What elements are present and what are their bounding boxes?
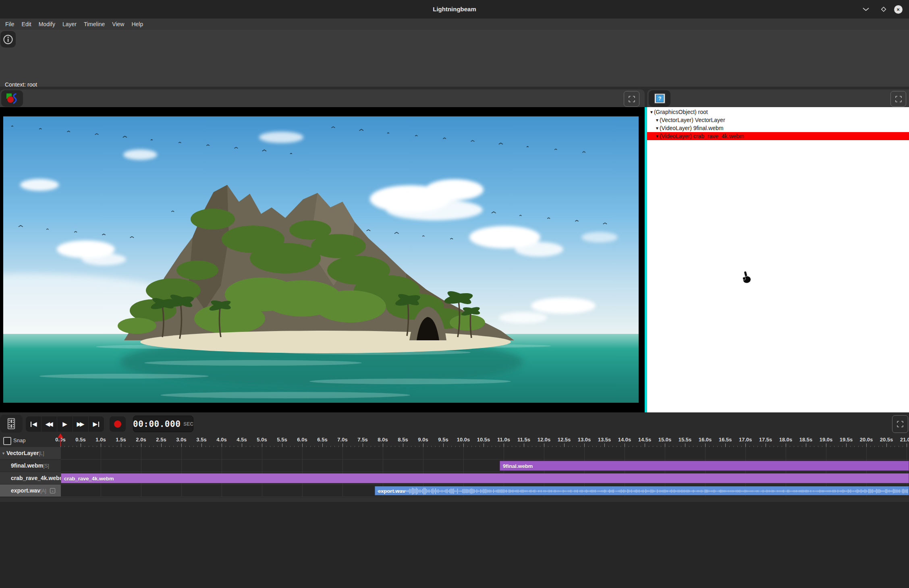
- titlebar: Lightningbeam ×: [0, 0, 909, 19]
- empty-bottom-area: [0, 502, 909, 588]
- lane-gridline: [222, 447, 222, 497]
- record-button[interactable]: [110, 416, 126, 432]
- timeline-mode-button[interactable]: [0, 415, 23, 433]
- minimize-button[interactable]: [860, 0, 872, 19]
- film-strip-icon: [7, 418, 16, 430]
- maximize-button[interactable]: [878, 0, 890, 19]
- ruler-label: 11.0s: [495, 437, 513, 443]
- ruler-label: 21.0s: [898, 437, 909, 443]
- ruler-label: 2.5s: [152, 437, 170, 443]
- track-checkbox[interactable]: -: [50, 488, 55, 493]
- menu-item-edit[interactable]: Edit: [18, 19, 35, 30]
- ruler-label: 6.0s: [293, 437, 311, 443]
- ruler-label: 11.5s: [515, 437, 533, 443]
- timeline-fullscreen-button[interactable]: [892, 415, 908, 433]
- fullscreen-corners-icon: [897, 421, 903, 427]
- tree-panel-header: ?: [647, 89, 909, 107]
- ruler-label: 7.0s: [334, 437, 351, 443]
- ruler-label: 16.0s: [696, 437, 714, 443]
- skip-start-button[interactable]: ◀: [26, 416, 41, 432]
- stage-canvas[interactable]: [0, 107, 645, 412]
- play-button[interactable]: ▶: [57, 416, 73, 432]
- tree-row[interactable]: ▼(VideoLayer) crab_rave_4k.webm: [647, 132, 909, 140]
- current-time: 00:00.000: [133, 419, 181, 429]
- transport-controls: ◀◀◀▶▶▶▶: [26, 416, 104, 432]
- tree-row[interactable]: ▼(VectorLayer) VectorLayer: [647, 116, 909, 124]
- ruler-label: 14.0s: [616, 437, 633, 443]
- ruler-label: 1.5s: [112, 437, 130, 443]
- ruler-label: 20.5s: [878, 437, 895, 443]
- tree-row-label: (VideoLayer) 9final.webm: [660, 125, 724, 131]
- ruler-label: 13.0s: [575, 437, 593, 443]
- track-lane-VectorLayer[interactable]: [61, 447, 909, 460]
- ruler-label: 9.5s: [434, 437, 452, 443]
- ruler-label: 2.0s: [132, 437, 150, 443]
- ruler-label: 1.0s: [92, 437, 110, 443]
- info-button[interactable]: [0, 31, 16, 48]
- menu-item-modify[interactable]: Modify: [35, 19, 59, 30]
- clip-9final.webm[interactable]: 9final.webm: [500, 461, 909, 471]
- menu-item-layer[interactable]: Layer: [59, 19, 80, 30]
- clip-label: export.wav: [378, 487, 405, 495]
- tree-collapse-icon[interactable]: ▼: [655, 126, 659, 130]
- tree-fullscreen-button[interactable]: [890, 91, 906, 107]
- close-circle-icon: ×: [894, 5, 903, 14]
- close-button[interactable]: ×: [892, 0, 904, 19]
- menu-item-view[interactable]: View: [108, 19, 128, 30]
- tree-row-label: (VideoLayer) crab_rave_4k.webm: [660, 133, 744, 139]
- menu-item-timeline[interactable]: Timeline: [80, 19, 108, 30]
- ruler-label: 7.5s: [354, 437, 371, 443]
- track-header-VectorLayer[interactable]: ▾VectorLayer[L]: [0, 447, 61, 460]
- snap-checkbox[interactable]: [3, 437, 11, 445]
- ruler-label: 10.5s: [475, 437, 492, 443]
- ruler-label: 6.5s: [313, 437, 331, 443]
- ruler-label: 16.5s: [716, 437, 734, 443]
- ruler-label: 8.0s: [374, 437, 392, 443]
- clip-crab_rave_4k.webm[interactable]: crab_rave_4k.webm: [61, 473, 909, 483]
- ruler-label: 17.5s: [757, 437, 774, 443]
- stage-tools-button[interactable]: [1, 90, 23, 107]
- fast-forward-button[interactable]: ▶▶: [73, 416, 88, 432]
- window-title: Lightningbeam: [0, 0, 909, 19]
- lane-gridline: [262, 447, 262, 497]
- tree-collapse-icon[interactable]: ▼: [655, 118, 659, 122]
- lane-gridline: [181, 447, 182, 497]
- stage-panel-header: [0, 89, 645, 107]
- video-preview-island: [3, 116, 639, 403]
- playhead-stem: [60, 437, 61, 446]
- tree-view-button[interactable]: ?: [649, 90, 670, 107]
- lane-gridline: [302, 447, 303, 497]
- clip-export.wav[interactable]: export.wav: [375, 486, 909, 495]
- menu-item-help[interactable]: Help: [128, 19, 147, 30]
- ruler-label: 8.5s: [394, 437, 412, 443]
- ruler-label: 5.0s: [253, 437, 271, 443]
- inspector-panel: Context: root Selected Object: [0, 30, 909, 87]
- track-type-tag: [S]: [43, 463, 49, 469]
- track-header-export.wav[interactable]: export.wav[A]-: [0, 484, 61, 497]
- ruler-label: 15.5s: [676, 437, 694, 443]
- rewind-button[interactable]: ◀◀: [41, 416, 57, 432]
- tree-collapse-icon[interactable]: ▼: [650, 110, 654, 114]
- ruler-label: 17.0s: [737, 437, 754, 443]
- ruler-label: 12.5s: [555, 437, 573, 443]
- tree-row[interactable]: ▼(VideoLayer) 9final.webm: [647, 124, 909, 132]
- time-unit: SEC: [183, 421, 193, 427]
- ruler-label: 10.0s: [454, 437, 472, 443]
- track-collapse-icon[interactable]: ▾: [2, 451, 4, 455]
- time-display: 00:00.000 SEC: [133, 416, 193, 432]
- fullscreen-corners-icon: [895, 96, 902, 102]
- tree-row-label: (GraphicsObject) root: [654, 109, 708, 115]
- track-header-9final.webm[interactable]: 9final.webm[S]: [0, 460, 61, 472]
- track-label: 9final.webm: [11, 462, 43, 469]
- track-header-crab_rave_4k.webm[interactable]: crab_rave_4k.webm[M]: [0, 472, 61, 484]
- stage-fullscreen-button[interactable]: [624, 91, 639, 107]
- lightningbeam-window: Lightningbeam × FileEditModifyLayerTimel…: [0, 0, 909, 588]
- skip-end-button[interactable]: ▶: [88, 416, 104, 432]
- fullscreen-corners-icon: [629, 96, 635, 102]
- tree-row[interactable]: ▼(GraphicsObject) root: [647, 108, 909, 116]
- ruler-label: 4.5s: [233, 437, 251, 443]
- menu-item-file[interactable]: File: [2, 19, 18, 30]
- track-type-tag: [A]: [40, 488, 46, 494]
- clip-label: crab_rave_4k.webm: [64, 474, 114, 483]
- tree-collapse-icon[interactable]: ▼: [655, 134, 659, 139]
